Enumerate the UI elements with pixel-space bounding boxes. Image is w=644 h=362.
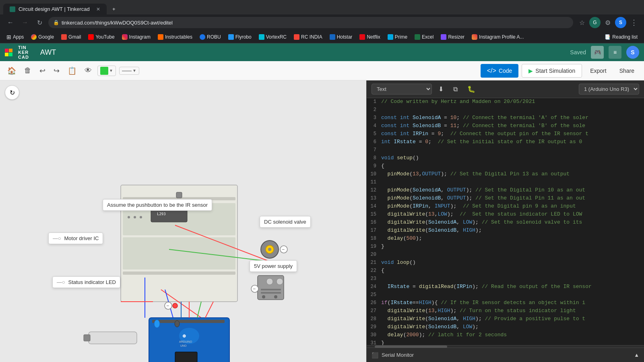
code-line-8: 8 void setup() (367, 154, 644, 162)
bookmark-instagram[interactable]: Instagram (119, 33, 154, 41)
forward-button[interactable]: → (19, 17, 31, 28)
code-line-15: 15 digitalWrite(13,LOW); // Set the stat… (367, 211, 644, 219)
line-content: const int IRPin = 9; // Connect the outp… (381, 131, 644, 138)
bookmark-rcindia[interactable]: RC INDIA (291, 33, 326, 41)
code-toolbar: Text ⬇ ⧉ 🐛 1 (Arduino Uno R3) (367, 80, 644, 98)
code-line-26: 26 if(IRstate==HIGH){ // If the IR senso… (367, 299, 644, 307)
delete-button[interactable]: 🗑 (22, 64, 34, 77)
download-code-button[interactable]: ⬇ (435, 84, 447, 95)
bookmark-instagram-profile[interactable]: Instagram Profile A... (469, 33, 527, 41)
svg-rect-32 (261, 292, 281, 294)
excel-icon (415, 34, 420, 40)
bookmark-robu[interactable]: ROBU (196, 33, 224, 41)
rotate-tool-button[interactable]: ↻ (5, 85, 19, 100)
debug-code-button[interactable]: 🐛 (464, 84, 479, 95)
redo-button[interactable]: ↪ (51, 64, 62, 78)
bookmark-hotstar[interactable]: Hotstar (326, 33, 356, 41)
line-number: 8 (367, 155, 381, 162)
code-button-label: Code (499, 68, 512, 74)
bookmark-star-icon[interactable]: ☆ (576, 17, 588, 28)
home-button[interactable]: 🏠 (5, 64, 19, 78)
bookmark-prime[interactable]: Prime (384, 33, 411, 41)
code-button[interactable]: </> Code (481, 64, 519, 78)
visibility-button[interactable]: 👁 (82, 64, 94, 77)
instructables-icon (158, 34, 163, 40)
motor-driver-arrow: —○ (53, 235, 61, 241)
notes-button[interactable]: 📋 (65, 64, 79, 78)
line-number: 16 (367, 219, 381, 226)
line-style-picker[interactable]: —— ▼ (119, 67, 139, 75)
bookmark-label: VortexRC (266, 34, 287, 40)
share-button[interactable]: Share (615, 64, 639, 77)
bookmark-label: Hotstar (337, 34, 353, 40)
svg-text:−: − (166, 303, 169, 309)
close-tab-icon[interactable]: ✕ (96, 6, 100, 12)
svg-point-34 (274, 295, 277, 298)
svg-rect-40 (89, 332, 137, 344)
bookmark-youtube[interactable]: YouTube (85, 33, 118, 41)
code-line-9: 9 { (367, 162, 644, 171)
3d-view-button[interactable]: 🎮 (591, 46, 604, 59)
app-title: AWT (40, 48, 56, 57)
line-content: } (381, 243, 644, 251)
code-line-12: 12 pinMode(SolenoidA, OUTPUT); // Set th… (367, 187, 644, 195)
extensions-icon[interactable]: ⚙ (602, 17, 613, 28)
line-content: pinMode(13,OUTPUT); // Set the Digital P… (381, 171, 644, 178)
line-content: digitalWrite(SolenoidB, HIGH); (381, 227, 644, 234)
serial-monitor-bar[interactable]: ⬛ Serial Monitor ▲ (367, 348, 644, 362)
svg-text:⊕: ⊕ (182, 333, 186, 338)
bookmark-resizer[interactable]: Resizer (438, 33, 468, 41)
schematic-view-button[interactable]: ≡ (609, 46, 621, 59)
main-content: ↻ (0, 80, 644, 362)
code-editor[interactable]: 1 // Code written by Hertz and Madden on… (367, 98, 644, 345)
new-tab-button[interactable]: + (107, 4, 121, 14)
color-picker[interactable]: ▼ (97, 66, 116, 76)
export-label: Export (590, 68, 606, 74)
start-simulation-button[interactable]: ▶ Start Simulation (522, 64, 582, 78)
active-tab[interactable]: Circuit design AWT | Tinkercad ✕ (3, 4, 107, 14)
user-avatar-button[interactable]: S (626, 46, 639, 59)
line-number: 22 (367, 267, 381, 275)
circuit-canvas[interactable]: ↻ (0, 80, 366, 362)
svg-text:−: − (253, 286, 256, 292)
export-button[interactable]: Export (585, 64, 611, 77)
resizer-icon (441, 34, 446, 40)
line-number: 26 (367, 300, 381, 307)
reading-list[interactable]: 📑 Reading list (601, 33, 641, 41)
line-number: 17 (367, 227, 381, 234)
scrollbar-thumb[interactable] (375, 346, 447, 348)
bookmark-netflix[interactable]: Netflix (356, 33, 383, 41)
bookmark-label: Apps (13, 34, 24, 40)
bookmark-label: Netflix (367, 34, 380, 40)
bookmark-vortexrc[interactable]: VortexRC (256, 33, 290, 41)
line-content (381, 179, 644, 186)
code-line-18: 18 delay(500); (367, 235, 644, 243)
bookmark-google[interactable]: Google (28, 33, 57, 41)
code-line-1: 1 // Code written by Hertz and Madden on… (367, 98, 644, 106)
bookmark-flyrobo[interactable]: Flyrobo (225, 33, 255, 41)
svg-point-33 (262, 295, 265, 298)
undo-button[interactable]: ↩ (37, 64, 48, 78)
menu-icon[interactable]: ⋮ (628, 17, 639, 28)
code-scrollbar[interactable] (367, 345, 644, 348)
bookmark-apps[interactable]: ⊞ Apps (3, 32, 27, 42)
code-line-6: 6 int IRstate = 0; // Set the initial st… (367, 138, 644, 146)
reload-button[interactable]: ↻ (34, 17, 45, 28)
code-type-select[interactable]: Text (372, 84, 432, 95)
bookmark-excel[interactable]: Excel (411, 33, 437, 41)
bookmark-gmail[interactable]: Gmail (58, 33, 84, 41)
bookmark-instructables[interactable]: Instructables (155, 33, 196, 41)
address-bar[interactable]: 🔒 tinkercad.com/things/kWwDOQ0S9Ct-awt/e… (48, 17, 573, 28)
svg-rect-31 (261, 289, 281, 290)
code-line-30: 30 delay(2000); // latch it for 2 second… (367, 331, 644, 339)
serial-monitor-label: Serial Monitor (382, 352, 414, 358)
line-content: pinMode(SolenoidA, OUTPUT); // Set the D… (381, 187, 644, 194)
profile-icon[interactable]: G (589, 17, 601, 28)
line-content: void loop() (381, 259, 644, 267)
account-icon[interactable]: S (615, 17, 626, 28)
bookmark-label: Instagram (129, 34, 151, 40)
copy-code-button[interactable]: ⧉ (450, 84, 461, 95)
device-select[interactable]: 1 (Arduino Uno R3) (579, 84, 639, 95)
color-swatch (100, 67, 108, 75)
back-button[interactable]: ← (5, 17, 16, 28)
